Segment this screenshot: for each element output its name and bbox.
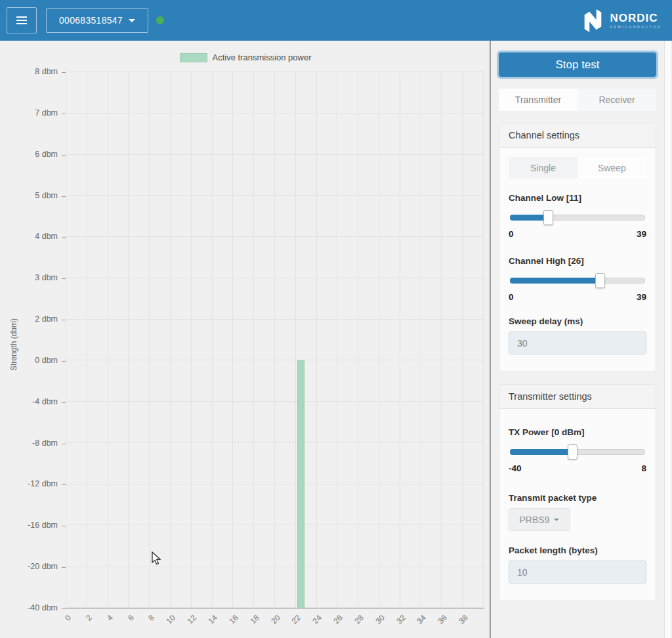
y-tick-label: 3 dbm — [5, 273, 58, 282]
chart-legend: Active transmission power — [0, 53, 491, 62]
tx-power-range: -40 8 — [509, 463, 646, 473]
sweep-delay-label: Sweep delay (ms) — [509, 316, 646, 326]
y-gridline — [66, 484, 484, 484]
scrollbar[interactable] — [664, 41, 671, 638]
x-gridline — [462, 72, 463, 608]
channel-low-slider[interactable] — [510, 209, 645, 225]
sweep-delay-input[interactable] — [509, 331, 646, 354]
settings-sidebar: Stop test Transmitter Receiver Channel s… — [491, 41, 671, 638]
slider-fill — [510, 215, 548, 221]
tab-sweep[interactable]: Sweep — [578, 157, 646, 179]
stop-test-button[interactable]: Stop test — [499, 53, 656, 77]
tab-receiver[interactable]: Receiver — [578, 89, 656, 111]
slider-fill — [510, 449, 572, 455]
channel-high-label: Channel High [26] — [509, 256, 646, 266]
brand-name: NORDIC — [610, 12, 662, 24]
min-value: 0 — [509, 229, 514, 239]
y-tick-mark — [62, 114, 66, 114]
y-tick-label: -12 dbm — [5, 479, 58, 488]
y-tick-mark — [62, 526, 66, 526]
min-value: -40 — [509, 463, 522, 473]
y-gridline — [66, 113, 484, 114]
y-tick-mark — [62, 484, 66, 485]
slider-thumb[interactable] — [595, 273, 605, 288]
max-value: 39 — [637, 229, 646, 239]
tx-power-slider[interactable] — [510, 444, 645, 459]
x-gridline — [337, 72, 337, 608]
packet-length-label: Packet length (bytes) — [509, 545, 646, 555]
x-gridline — [87, 72, 87, 608]
y-gridline — [66, 154, 484, 155]
slider-thumb[interactable] — [568, 444, 578, 459]
channel-high-slider[interactable] — [510, 272, 645, 288]
brand-subtitle: SEMICONDUCTOR — [610, 26, 662, 29]
x-tick-label: 4 — [96, 613, 114, 631]
y-tick-mark — [62, 155, 66, 156]
y-tick-mark — [62, 608, 66, 609]
x-gridline — [358, 72, 358, 608]
transmission-bar-channel-22 — [297, 360, 304, 608]
y-gridline — [66, 236, 484, 237]
x-gridline — [170, 72, 171, 608]
x-gridline — [483, 72, 484, 608]
x-gridline — [441, 72, 442, 608]
connection-status-icon — [156, 16, 164, 24]
max-value: 8 — [641, 463, 646, 473]
channel-low-label: Channel Low [11] — [509, 193, 646, 203]
tab-transmitter[interactable]: Transmitter — [499, 89, 578, 111]
x-gridline — [232, 72, 233, 608]
nordic-n-icon — [580, 7, 605, 34]
device-select-dropdown[interactable]: 000683518547 — [46, 8, 148, 33]
x-gridline — [149, 72, 150, 608]
bar-chart-plot-area — [66, 72, 484, 608]
y-tick-mark — [62, 72, 66, 73]
y-tick-label: -16 dbm — [5, 521, 58, 530]
y-tick-label: 7 dbm — [5, 108, 58, 117]
x-gridline — [274, 72, 275, 608]
y-tick-label: 6 dbm — [5, 150, 58, 159]
packet-length-input[interactable] — [509, 561, 646, 584]
nordic-logo: NORDIC SEMICONDUCTOR — [580, 7, 662, 34]
x-tick-label: 34 — [410, 613, 428, 631]
x-gridline — [295, 72, 296, 608]
x-gridline — [421, 72, 421, 608]
x-gridline — [379, 72, 379, 608]
x-tick-label: 18 — [242, 613, 261, 631]
x-tick-label: 30 — [368, 613, 386, 631]
y-gridline — [66, 72, 484, 72]
x-tick-label: 28 — [347, 613, 366, 631]
channel-low-range: 0 39 — [509, 229, 646, 239]
app-header: 000683518547 NORDIC SEMICONDUCTOR — [0, 0, 672, 41]
channel-mode-tabs: Single Sweep — [509, 157, 646, 179]
x-tick-label: 24 — [305, 613, 324, 631]
x-gridline — [128, 72, 129, 608]
y-tick-mark — [62, 402, 66, 403]
y-tick-label: 5 dbm — [5, 191, 58, 200]
y-tick-label: 8 dbm — [5, 67, 58, 76]
legend-swatch — [180, 53, 207, 62]
y-gridline — [66, 319, 484, 320]
y-tick-label: -8 dbm — [5, 438, 58, 448]
y-tick-label: 4 dbm — [5, 232, 58, 241]
y-tick-mark — [62, 444, 66, 444]
y-gridline — [66, 195, 484, 196]
x-tick-label: 16 — [221, 613, 240, 631]
tab-single[interactable]: Single — [509, 157, 578, 179]
chevron-down-icon — [554, 519, 559, 521]
transmitter-settings-card: Transmitter settings TX Power [0 dBm] -4… — [499, 384, 656, 601]
x-gridline — [316, 72, 317, 608]
y-tick-mark — [62, 237, 66, 238]
y-gridline — [66, 401, 484, 402]
x-tick-label: 2 — [75, 613, 93, 631]
x-gridline — [66, 72, 66, 608]
slider-thumb[interactable] — [543, 210, 553, 225]
y-gridline — [66, 360, 484, 360]
y-gridline — [66, 607, 484, 608]
y-gridline — [66, 566, 484, 566]
packet-type-dropdown[interactable]: PRBS9 — [509, 508, 570, 531]
menu-icon[interactable] — [7, 7, 37, 33]
y-tick-mark — [62, 196, 66, 197]
x-tick-label: 20 — [263, 613, 282, 631]
y-tick-label: -20 dbm — [5, 562, 58, 571]
y-tick-mark — [62, 278, 66, 279]
